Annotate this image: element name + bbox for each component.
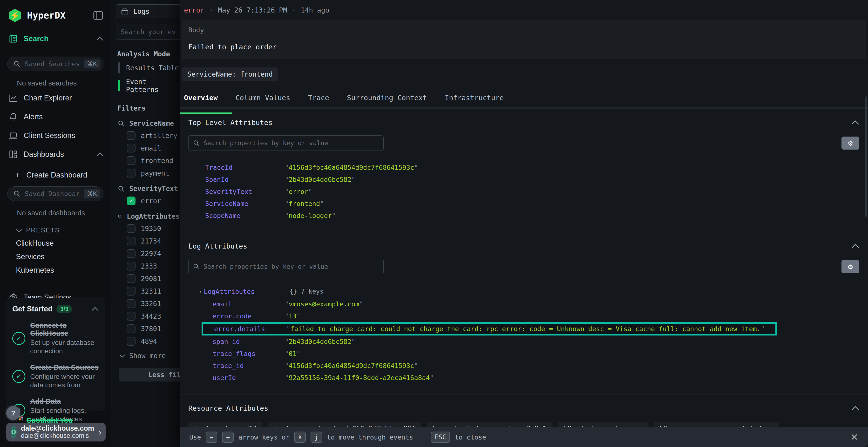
filter-option[interactable]: 22974 — [127, 249, 180, 258]
chevron-up-icon[interactable] — [851, 406, 859, 411]
chevron-up-icon[interactable] — [851, 244, 859, 248]
get-started-item-sources[interactable]: ✓ Create Data Sources Configure where yo… — [12, 364, 99, 389]
filter-option-label: 34423 — [141, 312, 161, 320]
top-level-search-input[interactable]: Search properties by key or value — [188, 135, 383, 151]
preset-services[interactable]: Services — [0, 248, 111, 261]
source-select[interactable]: Logs — [116, 4, 180, 18]
checkbox[interactable] — [127, 262, 135, 271]
column-settings-button[interactable]: ⚙ — [841, 260, 859, 273]
help-button[interactable]: ? — [6, 406, 20, 420]
chevron-up-icon[interactable] — [851, 120, 859, 125]
checkbox[interactable] — [127, 169, 135, 177]
sidebar-item-dashboards[interactable]: Dashboards — [0, 145, 111, 164]
sidebar-item-search[interactable]: Search — [0, 29, 111, 48]
attribute-row[interactable]: trace_id4156d3fbc40a64854d9dc7f68641593c — [188, 359, 859, 372]
checkbox[interactable] — [127, 224, 135, 233]
attribute-row-highlighted[interactable]: error.detailsfailed to charge card: coul… — [202, 322, 777, 336]
less-filters-button[interactable]: Less fil — [119, 368, 180, 381]
checkbox[interactable] — [127, 287, 135, 296]
filter-group-title: ServiceName — [129, 119, 174, 128]
section-title: Log Attributes — [188, 242, 247, 250]
sidebar-item-client-sessions[interactable]: Client Sessions — [0, 126, 111, 145]
checkbox-checked[interactable]: ✓ — [127, 197, 135, 205]
show-more-toggle[interactable]: Show more — [119, 352, 180, 360]
filter-option[interactable]: 32311 — [127, 287, 180, 296]
checkbox[interactable] — [127, 312, 135, 320]
tab-surrounding-context[interactable]: Surrounding Context — [347, 90, 427, 107]
attribute-value: 92a55156-39a4-11f0-8ddd-a2eca416a8a4 — [285, 374, 434, 381]
attribute-row[interactable]: ServiceNamefrontend — [188, 198, 859, 209]
log-attrs-search-input[interactable]: Search properties by key or value — [188, 259, 383, 274]
mode-event-patterns[interactable]: Event Patterns — [118, 78, 180, 94]
saved-dashboards-input[interactable]: Saved Dashboards ⌘K — [7, 186, 103, 201]
search-icon[interactable] — [118, 120, 125, 127]
attribute-row[interactable]: SeverityTexterror — [188, 185, 859, 198]
cmd-k-badge: ⌘K — [84, 60, 100, 68]
preset-kubernetes[interactable]: Kubernetes — [0, 261, 111, 275]
separator-dot: · — [292, 6, 296, 14]
filter-option[interactable]: 21734 — [127, 237, 180, 245]
attribute-row[interactable]: trace_flags01 — [188, 347, 859, 359]
attribute-key: TraceId — [205, 164, 285, 171]
attribute-row[interactable]: TraceId4156d3fbc40a64854d9dc7f68641593c — [188, 161, 859, 173]
attribute-row[interactable]: emailvmoses@example.com — [188, 298, 859, 310]
saved-dashboards-placeholder: Saved Dashboards — [25, 190, 80, 198]
service-name-tag[interactable]: ServiceName: frontend — [182, 67, 278, 81]
checkbox[interactable] — [127, 337, 135, 346]
preset-clickhouse[interactable]: ClickHouse — [0, 234, 111, 248]
event-search-input[interactable]: Search your ev — [116, 24, 180, 39]
filter-option[interactable]: 34423 — [127, 312, 180, 320]
attribute-row[interactable]: SpanId2b43d0c4dd6bc582 — [188, 173, 859, 185]
attribute-row[interactable]: error.code13 — [188, 310, 859, 322]
filter-option[interactable]: frontend — [127, 156, 180, 165]
checkbox[interactable] — [127, 144, 135, 152]
presets-toggle[interactable]: PRESETS — [0, 218, 111, 234]
collapse-sidebar-icon[interactable] — [93, 10, 103, 20]
tab-infrastructure[interactable]: Infrastructure — [445, 90, 504, 107]
sidebar-item-alerts[interactable]: Alerts — [0, 107, 111, 126]
filter-option[interactable]: artillery-loa — [127, 131, 180, 140]
close-icon[interactable]: ✕ — [850, 432, 858, 443]
checkbox[interactable] — [127, 156, 135, 165]
tab-column-values[interactable]: Column Values — [236, 90, 290, 107]
sidebar-item-chart-explorer[interactable]: Chart Explorer — [0, 89, 111, 107]
filter-option[interactable]: email — [127, 144, 180, 152]
saved-searches-input[interactable]: Saved Searches ⌘K — [7, 57, 103, 71]
chevron-up-icon[interactable] — [91, 307, 99, 311]
filter-option[interactable]: 37801 — [127, 324, 180, 333]
search-icon[interactable] — [118, 185, 125, 193]
search-icon[interactable] — [118, 213, 123, 220]
filter-option[interactable]: 19350 — [127, 224, 180, 233]
filter-option[interactable]: 2333 — [127, 262, 180, 271]
column-settings-button[interactable]: ⚙ — [841, 137, 859, 149]
filter-option[interactable]: 29081 — [127, 274, 180, 283]
checkbox[interactable] — [127, 131, 135, 140]
search-icon — [193, 140, 199, 146]
checkbox[interactable] — [127, 249, 135, 258]
chevron-up-icon[interactable] — [96, 152, 103, 157]
attribute-row[interactable]: userId92a55156-39a4-11f0-8ddd-a2eca416a8… — [188, 372, 859, 384]
filter-option-label: 37801 — [141, 325, 161, 333]
filter-option[interactable]: 4894 — [127, 337, 180, 346]
filter-option[interactable]: payment — [127, 169, 180, 177]
chevron-up-icon[interactable] — [96, 37, 103, 41]
get-started-item-connect[interactable]: ✓ Connect to ClickHouse Set up your data… — [12, 321, 99, 355]
attribute-key: trace_flags — [212, 350, 285, 357]
checkbox[interactable] — [127, 274, 135, 283]
tab-trace[interactable]: Trace — [308, 90, 329, 107]
checkbox[interactable] — [127, 237, 135, 245]
scrollbar[interactable] — [865, 96, 867, 217]
mode-results-table[interactable]: Results Table — [118, 62, 180, 73]
attribute-value: 4156d3fbc40a64854d9dc7f68641593c — [285, 164, 418, 171]
attribute-row[interactable]: span_id2b43d0c4dd6bc582 — [188, 336, 859, 347]
create-dashboard-button[interactable]: + Create Dashboard — [0, 164, 111, 180]
checkbox[interactable] — [127, 324, 135, 333]
presets-label: PRESETS — [26, 227, 60, 234]
checkbox[interactable] — [127, 299, 135, 308]
filter-option-error[interactable]: ✓error — [127, 197, 180, 205]
log-attributes-root[interactable]: ▾ LogAttributes {} 7 keys — [188, 285, 859, 298]
filter-option[interactable]: 33261 — [127, 299, 180, 308]
tab-overview[interactable]: Overview — [184, 90, 218, 107]
user-menu[interactable]: D dale@clickhouse.com dale@clickhouse.co… — [6, 423, 105, 442]
attribute-row[interactable]: ScopeNamenode-logger — [188, 209, 859, 221]
